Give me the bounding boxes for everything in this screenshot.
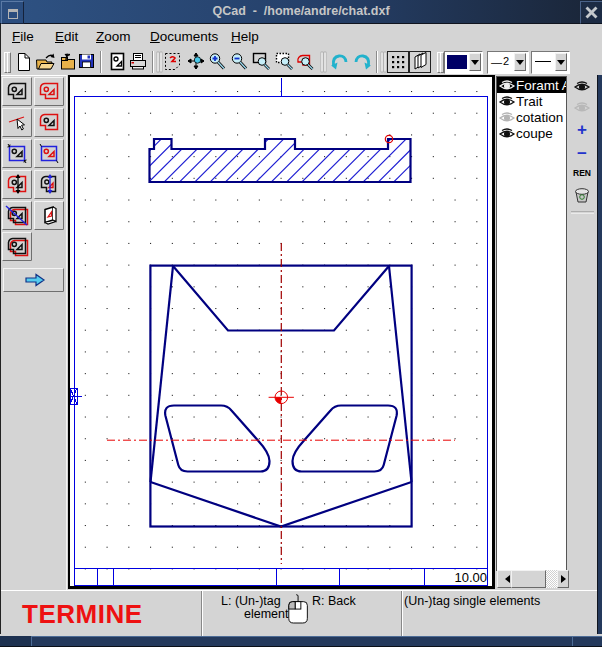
svg-text:cotation: cotation bbox=[516, 110, 563, 125]
svg-text:Trait: Trait bbox=[516, 94, 543, 109]
svg-text:coupe: coupe bbox=[516, 126, 553, 141]
svg-text:−: − bbox=[577, 144, 587, 163]
svg-text:Foramt A4: Foramt A4 bbox=[516, 78, 566, 93]
svg-text:REN: REN bbox=[573, 168, 591, 178]
svg-text:+: + bbox=[577, 120, 587, 139]
svg-text:10.00: 10.00 bbox=[454, 570, 487, 585]
